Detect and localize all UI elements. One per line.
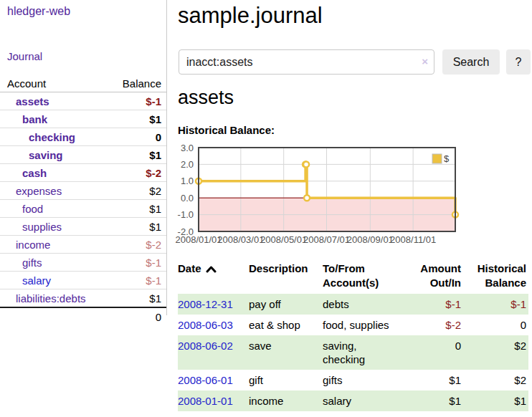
description-column-header: Description: [249, 258, 323, 294]
svg-text:2008/11/01: 2008/11/01: [390, 234, 436, 245]
transaction-amount: 0: [405, 335, 461, 370]
account-link-gifts[interactable]: gifts: [22, 257, 42, 269]
svg-text:2008/09/01: 2008/09/01: [347, 234, 394, 245]
account-link-saving[interactable]: saving: [29, 149, 63, 161]
search-button[interactable]: Search: [442, 49, 500, 75]
account-balance: $-2: [110, 236, 166, 254]
sidebar-item-journal[interactable]: Journal: [7, 50, 42, 62]
clear-search-icon[interactable]: ×: [422, 56, 428, 67]
account-balance: $2: [110, 182, 166, 200]
svg-text:2.0: 2.0: [181, 159, 194, 170]
transaction-balance: $1: [461, 390, 528, 411]
account-balance: $1: [110, 110, 166, 128]
register-header-row: Date Description To/From Account(s) Amou…: [178, 258, 528, 294]
account-row: assets $-1: [0, 92, 166, 110]
transaction-amount: $1: [405, 370, 461, 390]
svg-text:3.0: 3.0: [181, 143, 194, 153]
main-content: sample.journal × Search ? assets Histori…: [178, 0, 532, 417]
transaction-description: income: [249, 390, 323, 411]
accounts-table-header: Account Balance: [0, 75, 166, 92]
account-balance: $-1: [110, 92, 166, 110]
account-row: food $1: [0, 200, 166, 218]
transaction-description: eat & shop: [249, 315, 323, 335]
transaction-date-link[interactable]: 2008-12-31: [178, 298, 233, 310]
transaction-row: 2008-06-03 eat & shop food, supplies $-2…: [178, 315, 528, 335]
svg-text:2008/05/01: 2008/05/01: [260, 234, 307, 245]
accounts-total-value: 0: [110, 307, 166, 325]
account-balance: $-2: [110, 164, 166, 182]
account-row: income $-2: [0, 236, 166, 254]
svg-text:2008/07/01: 2008/07/01: [303, 234, 350, 245]
transaction-balance: $-1: [461, 294, 528, 315]
transaction-accounts: salary: [323, 390, 405, 411]
account-link-cash[interactable]: cash: [22, 167, 47, 179]
transaction-balance: 0: [461, 315, 528, 335]
account-link-assets[interactable]: assets: [16, 95, 49, 107]
transaction-amount: $-2: [405, 315, 461, 335]
page-title: sample.journal: [178, 0, 323, 32]
search-input[interactable]: [179, 49, 434, 75]
account-link-liabilities-debts[interactable]: liabilities:debts: [16, 292, 86, 305]
transaction-accounts: saving, checking: [323, 335, 405, 370]
date-column-header[interactable]: Date: [178, 258, 249, 294]
account-balance: $1: [110, 289, 166, 308]
transaction-date-link[interactable]: 2008-06-02: [178, 340, 233, 352]
accounts-balance-table: Account Balance assets $-1 bank $1 check…: [0, 75, 166, 325]
search-form: × Search ?: [179, 49, 531, 75]
transaction-accounts: debts: [323, 294, 405, 315]
svg-text:2008/01/01: 2008/01/01: [175, 234, 222, 245]
account-balance: $-1: [110, 254, 166, 272]
account-page-heading: assets: [178, 85, 234, 110]
account-column-header: Account: [0, 75, 110, 92]
transaction-balance: $2: [461, 370, 528, 390]
sort-ascending-icon: [206, 265, 217, 273]
app-brand-link[interactable]: hledger-web: [7, 5, 70, 18]
account-row: supplies $1: [0, 218, 166, 236]
transaction-description: gift: [249, 370, 323, 390]
account-row: cash $-2: [0, 164, 166, 182]
account-link-salary[interactable]: salary: [22, 274, 51, 287]
transaction-amount: $-1: [405, 294, 461, 315]
account-row: expenses $2: [0, 182, 166, 200]
account-row: gifts $-1: [0, 254, 166, 272]
svg-text:$: $: [444, 153, 450, 164]
transaction-row: 2008-06-01 gift gifts $1 $2: [178, 370, 528, 390]
help-button[interactable]: ?: [506, 49, 531, 75]
svg-text:0.0: 0.0: [181, 193, 194, 203]
amount-column-header: Amount Out/In: [405, 258, 461, 294]
balance-column-header: Balance: [110, 75, 166, 92]
transaction-date-link[interactable]: 2008-06-03: [178, 319, 233, 331]
account-row: liabilities:debts $1: [0, 289, 166, 308]
svg-text:1.0: 1.0: [181, 176, 194, 186]
sidebar: hledger-web Journal Account Balance asse…: [0, 0, 167, 315]
historical-balance-chart: 3.02.01.00.0-1.0-2.02008/01/012008/03/01…: [176, 143, 460, 246]
svg-text:2008/03/01: 2008/03/01: [217, 234, 264, 245]
transaction-balance: $2: [461, 335, 528, 370]
account-balance: $1: [110, 218, 166, 236]
transaction-accounts: gifts: [323, 370, 405, 390]
account-row: checking 0: [0, 128, 166, 146]
balance-column-header: Historical Balance: [461, 258, 528, 294]
account-link-income[interactable]: income: [16, 239, 50, 251]
account-column-header: To/From Account(s): [323, 258, 405, 294]
chart-title: Historical Balance:: [178, 124, 275, 136]
account-link-bank[interactable]: bank: [22, 113, 47, 125]
account-balance: $-1: [110, 272, 166, 289]
transaction-row: 2008-12-31 pay off debts $-1 $-1: [178, 294, 528, 315]
transaction-row: 2008-01-01 income salary $1 $1: [178, 390, 528, 411]
accounts-total-row: 0: [0, 307, 166, 325]
account-balance: $1: [110, 200, 166, 218]
transaction-date-link[interactable]: 2008-01-01: [178, 395, 233, 407]
account-link-supplies[interactable]: supplies: [22, 221, 62, 233]
transaction-description: pay off: [249, 294, 323, 315]
transaction-date-link[interactable]: 2008-06-01: [178, 374, 233, 386]
account-link-expenses[interactable]: expenses: [16, 185, 62, 197]
transaction-row: 2008-06-02 save saving, checking 0 $2: [178, 335, 528, 370]
account-link-checking[interactable]: checking: [29, 131, 75, 143]
svg-text:-1.0: -1.0: [178, 209, 194, 220]
account-link-food[interactable]: food: [22, 203, 43, 215]
transaction-amount: $1: [405, 390, 461, 411]
transaction-accounts: food, supplies: [323, 315, 405, 335]
register-table: Date Description To/From Account(s) Amou…: [178, 258, 528, 411]
account-balance: 0: [110, 128, 166, 146]
